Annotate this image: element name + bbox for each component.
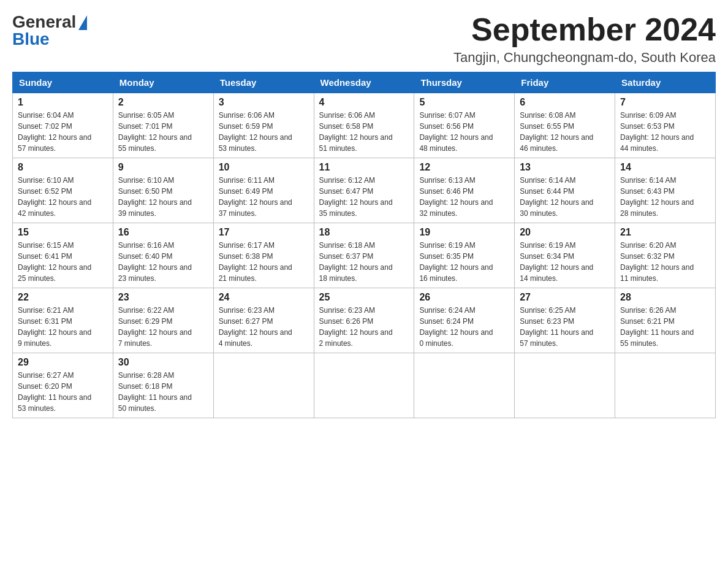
- calendar-cell: 30 Sunrise: 6:28 AMSunset: 6:18 PMDaylig…: [113, 353, 213, 418]
- calendar-header-monday: Monday: [113, 72, 213, 93]
- calendar-cell: 20 Sunrise: 6:19 AMSunset: 6:34 PMDaylig…: [515, 223, 615, 288]
- calendar-cell: 24 Sunrise: 6:23 AMSunset: 6:27 PMDaylig…: [213, 288, 314, 353]
- calendar-cell: 7 Sunrise: 6:09 AMSunset: 6:53 PMDayligh…: [615, 93, 716, 158]
- day-number: 30: [118, 357, 208, 368]
- calendar-week-row: 15 Sunrise: 6:15 AMSunset: 6:41 PMDaylig…: [13, 223, 716, 288]
- day-info: Sunrise: 6:10 AMSunset: 6:50 PMDaylight:…: [118, 176, 192, 218]
- calendar-cell: 26 Sunrise: 6:24 AMSunset: 6:24 PMDaylig…: [414, 288, 515, 353]
- calendar-cell: 3 Sunrise: 6:06 AMSunset: 6:59 PMDayligh…: [213, 93, 314, 158]
- calendar-cell: 8 Sunrise: 6:10 AMSunset: 6:52 PMDayligh…: [13, 158, 113, 223]
- main-title: September 2024: [453, 12, 716, 47]
- calendar-header-row: SundayMondayTuesdayWednesdayThursdayFrid…: [13, 72, 716, 93]
- day-info: Sunrise: 6:26 AMSunset: 6:21 PMDaylight:…: [620, 306, 694, 348]
- calendar-cell: 14 Sunrise: 6:14 AMSunset: 6:43 PMDaylig…: [615, 158, 716, 223]
- calendar-cell: 27 Sunrise: 6:25 AMSunset: 6:23 PMDaylig…: [515, 288, 615, 353]
- calendar-cell: 18 Sunrise: 6:18 AMSunset: 6:37 PMDaylig…: [314, 223, 414, 288]
- day-number: 16: [118, 227, 208, 238]
- calendar-cell: 4 Sunrise: 6:06 AMSunset: 6:58 PMDayligh…: [314, 93, 414, 158]
- calendar-cell: [515, 353, 615, 418]
- calendar-cell: 17 Sunrise: 6:17 AMSunset: 6:38 PMDaylig…: [213, 223, 314, 288]
- title-area: September 2024 Tangjin, Chungcheongnam-d…: [453, 12, 716, 66]
- calendar-cell: 16 Sunrise: 6:16 AMSunset: 6:40 PMDaylig…: [113, 223, 213, 288]
- calendar-cell: 23 Sunrise: 6:22 AMSunset: 6:29 PMDaylig…: [113, 288, 213, 353]
- calendar-cell: 29 Sunrise: 6:27 AMSunset: 6:20 PMDaylig…: [13, 353, 113, 418]
- calendar-cell: [213, 353, 314, 418]
- calendar-header-wednesday: Wednesday: [314, 72, 414, 93]
- day-info: Sunrise: 6:20 AMSunset: 6:32 PMDaylight:…: [620, 241, 694, 283]
- day-info: Sunrise: 6:14 AMSunset: 6:43 PMDaylight:…: [620, 176, 694, 218]
- day-number: 22: [18, 292, 108, 303]
- day-info: Sunrise: 6:09 AMSunset: 6:53 PMDaylight:…: [620, 111, 694, 153]
- day-number: 23: [118, 292, 208, 303]
- day-info: Sunrise: 6:12 AMSunset: 6:47 PMDaylight:…: [319, 176, 393, 218]
- calendar-header-saturday: Saturday: [615, 72, 716, 93]
- calendar-week-row: 8 Sunrise: 6:10 AMSunset: 6:52 PMDayligh…: [13, 158, 716, 223]
- calendar-cell: 28 Sunrise: 6:26 AMSunset: 6:21 PMDaylig…: [615, 288, 716, 353]
- day-info: Sunrise: 6:06 AMSunset: 6:58 PMDaylight:…: [319, 111, 393, 153]
- day-number: 9: [118, 162, 208, 173]
- calendar-cell: 22 Sunrise: 6:21 AMSunset: 6:31 PMDaylig…: [13, 288, 113, 353]
- calendar-cell: 13 Sunrise: 6:14 AMSunset: 6:44 PMDaylig…: [515, 158, 615, 223]
- day-number: 14: [620, 162, 710, 173]
- calendar-header-thursday: Thursday: [414, 72, 515, 93]
- header: General Blue September 2024 Tangjin, Chu…: [12, 12, 716, 66]
- day-info: Sunrise: 6:05 AMSunset: 7:01 PMDaylight:…: [118, 111, 192, 153]
- day-number: 26: [419, 292, 509, 303]
- day-number: 17: [219, 227, 309, 238]
- day-info: Sunrise: 6:14 AMSunset: 6:44 PMDaylight:…: [520, 176, 593, 218]
- day-number: 1: [18, 97, 108, 108]
- calendar-header-friday: Friday: [515, 72, 615, 93]
- day-number: 28: [620, 292, 710, 303]
- calendar-cell: 1 Sunrise: 6:04 AMSunset: 7:02 PMDayligh…: [13, 93, 113, 158]
- day-info: Sunrise: 6:22 AMSunset: 6:29 PMDaylight:…: [118, 306, 192, 348]
- calendar-cell: 11 Sunrise: 6:12 AMSunset: 6:47 PMDaylig…: [314, 158, 414, 223]
- day-number: 24: [219, 292, 309, 303]
- calendar-cell: 10 Sunrise: 6:11 AMSunset: 6:49 PMDaylig…: [213, 158, 314, 223]
- day-info: Sunrise: 6:27 AMSunset: 6:20 PMDaylight:…: [18, 371, 91, 413]
- day-info: Sunrise: 6:06 AMSunset: 6:59 PMDaylight:…: [219, 111, 292, 153]
- day-info: Sunrise: 6:23 AMSunset: 6:26 PMDaylight:…: [319, 306, 393, 348]
- day-number: 20: [520, 227, 610, 238]
- day-number: 10: [219, 162, 309, 173]
- calendar-header-sunday: Sunday: [13, 72, 113, 93]
- day-number: 15: [18, 227, 108, 238]
- calendar-cell: [615, 353, 716, 418]
- day-number: 29: [18, 357, 108, 368]
- day-info: Sunrise: 6:28 AMSunset: 6:18 PMDaylight:…: [118, 371, 192, 413]
- day-info: Sunrise: 6:11 AMSunset: 6:49 PMDaylight:…: [219, 176, 292, 218]
- day-info: Sunrise: 6:17 AMSunset: 6:38 PMDaylight:…: [219, 241, 292, 283]
- calendar-cell: 25 Sunrise: 6:23 AMSunset: 6:26 PMDaylig…: [314, 288, 414, 353]
- calendar-cell: 19 Sunrise: 6:19 AMSunset: 6:35 PMDaylig…: [414, 223, 515, 288]
- logo-triangle-icon: [78, 15, 87, 30]
- day-number: 4: [319, 97, 409, 108]
- day-number: 21: [620, 227, 710, 238]
- logo-blue-text: Blue: [12, 29, 50, 49]
- day-number: 13: [520, 162, 610, 173]
- day-info: Sunrise: 6:04 AMSunset: 7:02 PMDaylight:…: [18, 111, 91, 153]
- calendar-week-row: 22 Sunrise: 6:21 AMSunset: 6:31 PMDaylig…: [13, 288, 716, 353]
- day-info: Sunrise: 6:15 AMSunset: 6:41 PMDaylight:…: [18, 241, 91, 283]
- day-number: 7: [620, 97, 710, 108]
- calendar-table: SundayMondayTuesdayWednesdayThursdayFrid…: [12, 72, 716, 418]
- day-info: Sunrise: 6:08 AMSunset: 6:55 PMDaylight:…: [520, 111, 593, 153]
- day-info: Sunrise: 6:10 AMSunset: 6:52 PMDaylight:…: [18, 176, 91, 218]
- subtitle: Tangjin, Chungcheongnam-do, South Korea: [453, 50, 716, 66]
- day-number: 18: [319, 227, 409, 238]
- day-number: 8: [18, 162, 108, 173]
- calendar-cell: [314, 353, 414, 418]
- day-info: Sunrise: 6:13 AMSunset: 6:46 PMDaylight:…: [419, 176, 493, 218]
- day-number: 25: [319, 292, 409, 303]
- day-number: 11: [319, 162, 409, 173]
- day-info: Sunrise: 6:16 AMSunset: 6:40 PMDaylight:…: [118, 241, 192, 283]
- day-info: Sunrise: 6:19 AMSunset: 6:34 PMDaylight:…: [520, 241, 593, 283]
- day-info: Sunrise: 6:23 AMSunset: 6:27 PMDaylight:…: [219, 306, 292, 348]
- day-number: 6: [520, 97, 610, 108]
- day-number: 2: [118, 97, 208, 108]
- day-info: Sunrise: 6:19 AMSunset: 6:35 PMDaylight:…: [419, 241, 493, 283]
- day-number: 27: [520, 292, 610, 303]
- calendar-cell: [414, 353, 515, 418]
- day-info: Sunrise: 6:07 AMSunset: 6:56 PMDaylight:…: [419, 111, 493, 153]
- calendar-cell: 9 Sunrise: 6:10 AMSunset: 6:50 PMDayligh…: [113, 158, 213, 223]
- calendar-header-tuesday: Tuesday: [213, 72, 314, 93]
- day-info: Sunrise: 6:18 AMSunset: 6:37 PMDaylight:…: [319, 241, 393, 283]
